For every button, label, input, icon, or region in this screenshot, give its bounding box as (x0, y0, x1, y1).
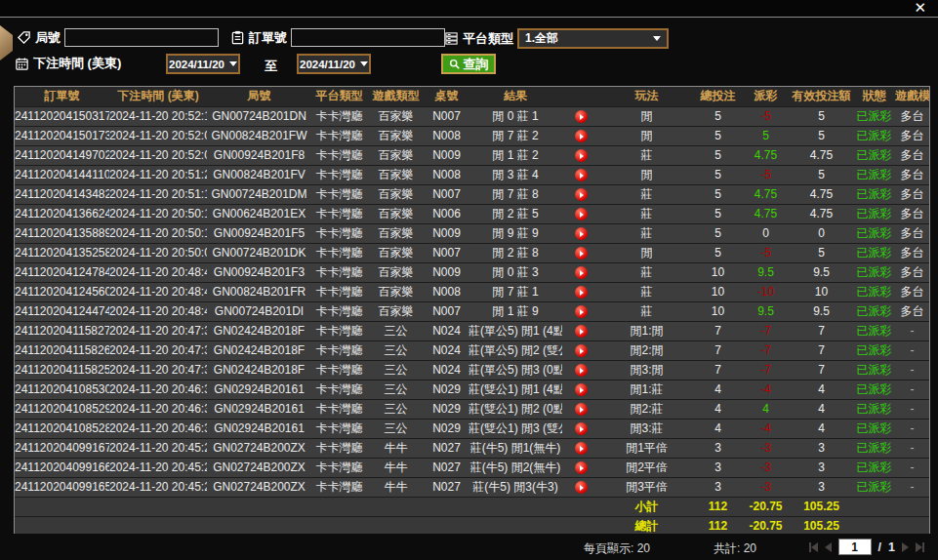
column-header-play_btn (562, 87, 599, 106)
play-result-button[interactable] (575, 364, 588, 377)
cell-order_no: 241120204115827 (15, 321, 109, 340)
prev-page-button[interactable] (825, 542, 832, 552)
total-count-label: 共計: 20 (714, 540, 756, 557)
cell-bet_time: 2024-11-20 20:48:46 (109, 262, 207, 282)
cell-round_no: GN02724B200ZX (207, 438, 311, 458)
play-result-button[interactable] (575, 481, 588, 494)
cell-result: 閒 7 莊 8 (469, 184, 562, 204)
close-icon[interactable]: ✕ (914, 0, 926, 17)
cell-payout: -4 (742, 419, 790, 438)
play-result-button[interactable] (575, 149, 588, 162)
play-result-button[interactable] (575, 227, 588, 240)
bet-time-filter: 下注時間 (美東) (15, 55, 121, 72)
order-input[interactable] (291, 28, 445, 47)
play-result-button[interactable] (575, 461, 588, 474)
cell-round_no: GN02424B2018F (207, 340, 311, 360)
cell-result: 莊(牛5) 閒1(無牛) (469, 438, 562, 458)
cell-valid_bet: 3 (790, 477, 853, 497)
cell-total_bet: 3 (694, 458, 742, 477)
table-row: 2411202041245602024-11-20 20:48:43GN0082… (15, 282, 929, 301)
cell-payout: -4 (742, 380, 790, 399)
cell-total_bet: 7 (694, 340, 742, 360)
play-result-button[interactable] (575, 110, 588, 123)
cell-game_type: 百家樂 (367, 223, 425, 243)
play-result-button[interactable] (575, 247, 588, 260)
clipboard-icon (230, 30, 245, 45)
cell-valid_bet: 5 (790, 165, 853, 184)
cell-play: 閒 (599, 243, 694, 262)
cell-result: 莊(牛5) 閒2(無牛) (469, 458, 562, 477)
platform-select[interactable]: 1.全部 (517, 28, 669, 49)
platform-selected-value: 1.全部 (525, 30, 558, 47)
cell-order_no: 241120204124784 (15, 262, 109, 282)
cell-table_no: N007 (425, 301, 469, 321)
cell-valid_bet: 7 (790, 340, 853, 360)
last-page-button[interactable] (916, 542, 924, 552)
cell-total_bet: 5 (694, 184, 742, 204)
next-page-button[interactable] (902, 542, 909, 552)
table-row: 2411202041366242024-11-20 20:50:19GN0062… (15, 204, 929, 223)
table-row: 2411202041085302024-11-20 20:46:33GN0292… (15, 380, 929, 399)
play-result-button[interactable] (575, 286, 588, 299)
chevron-down-icon (360, 61, 368, 66)
cell-mode: 多台 (895, 223, 929, 243)
cell-result: 閒 1 莊 9 (469, 301, 562, 321)
cell-valid_bet: 9.5 (790, 301, 853, 321)
cell-round_no: GN00824B201FW (207, 126, 311, 145)
cell-status: 已派彩 (853, 126, 895, 145)
play-result-button[interactable] (575, 422, 588, 435)
table-row: 2411202041158252024-11-20 20:47:32GN0242… (15, 360, 929, 380)
play-result-button[interactable] (575, 442, 588, 455)
cell-result: 莊(雙公1) 閒3 (雙公8) (469, 419, 562, 438)
cell-platform: 卡卡灣廳 (311, 340, 367, 360)
cell-total_bet: 5 (694, 165, 742, 184)
cell-result: 閒 2 莊 5 (469, 204, 562, 223)
cell-mode: 多台 (895, 262, 929, 282)
cell-valid_bet: 4 (790, 419, 853, 438)
date-to-wrap: 2024/11/20 (297, 54, 371, 74)
date-from-select[interactable]: 2024/11/20 (166, 54, 240, 74)
cell-table_no: N007 (425, 184, 469, 204)
cell-order_no: 241120204150317 (15, 106, 109, 126)
cell-round_no: GN02424B2018F (207, 360, 311, 380)
play-result-button[interactable] (575, 403, 588, 416)
cell-mode: - (895, 360, 929, 380)
cell-valid_bet: 5 (790, 126, 853, 145)
cell-round_no: GN00924B201F5 (207, 223, 311, 243)
search-icon (449, 59, 461, 70)
play-result-button[interactable] (575, 169, 588, 181)
cell-order_no: 241120204124560 (15, 282, 109, 301)
play-result-button[interactable] (575, 130, 588, 142)
column-header-payout: 派彩 (742, 87, 790, 106)
search-button[interactable]: 查詢 (441, 54, 496, 74)
subtotal-row: 小計112-20.75105.25 (15, 497, 929, 516)
cell-result: 閒 9 莊 9 (469, 223, 562, 243)
play-result-button[interactable] (575, 344, 588, 357)
cell-payout: -5 (742, 243, 790, 262)
cell-payout: -3 (742, 477, 790, 497)
first-page-button[interactable] (809, 542, 818, 552)
cell-play: 閒2平倍 (599, 458, 694, 477)
play-result-button[interactable] (575, 383, 588, 396)
play-result-button[interactable] (575, 188, 588, 201)
cell-bet_time: 2024-11-20 20:45:21 (109, 438, 207, 458)
bet-time-label: 下注時間 (美東) (33, 55, 121, 72)
cell-bet_time: 2024-11-20 20:46:33 (109, 380, 207, 399)
page-number-input[interactable] (838, 539, 872, 555)
cell-valid_bet: 9.5 (790, 262, 853, 282)
date-to-select[interactable]: 2024/11/20 (297, 54, 371, 74)
play-result-button[interactable] (575, 266, 588, 279)
cell-play: 莊 (599, 301, 694, 321)
play-result-button[interactable] (575, 305, 588, 318)
cell-platform: 卡卡灣廳 (311, 204, 367, 223)
round-input[interactable] (64, 28, 219, 47)
cell-payout: 4.75 (742, 145, 790, 165)
cell-bet_time: 2024-11-20 20:50:07 (109, 243, 207, 262)
table-row: 2411202040991652024-11-20 20:45:21GN0272… (15, 477, 929, 497)
cell-valid_bet: 10 (790, 282, 853, 301)
cell-platform: 卡卡灣廳 (311, 282, 367, 301)
cell-platform: 卡卡灣廳 (311, 321, 367, 340)
play-result-button[interactable] (575, 208, 588, 220)
cell-platform: 卡卡灣廳 (311, 223, 367, 243)
play-result-button[interactable] (575, 325, 588, 338)
